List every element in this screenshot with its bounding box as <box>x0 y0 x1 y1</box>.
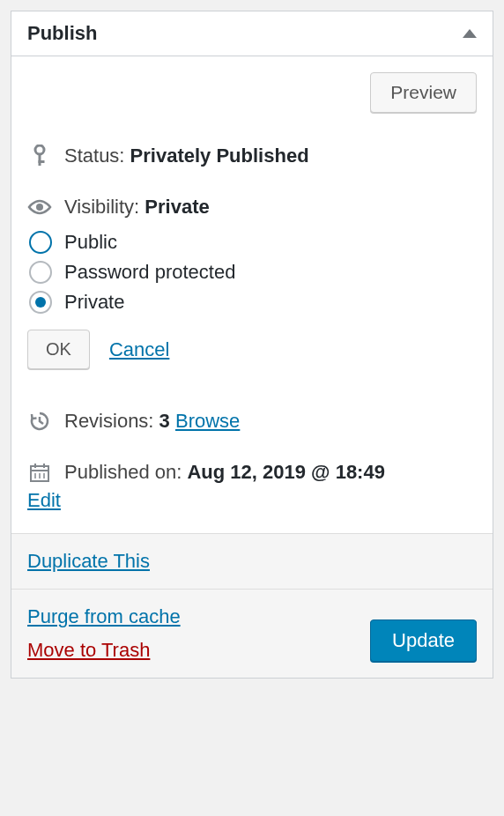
published-line: Published on: Aug 12, 2019 @ 18:49 <box>27 461 477 484</box>
visibility-option-password-label: Password protected <box>64 261 235 284</box>
metabox-header[interactable]: Publish <box>11 11 493 56</box>
visibility-radio-group: Public Password protected Private <box>29 231 477 314</box>
svg-rect-1 <box>39 153 41 166</box>
status-line: Status: Privately Published <box>27 145 477 167</box>
radio-icon <box>29 231 52 254</box>
duplicate-link[interactable]: Duplicate This <box>27 550 150 572</box>
radio-icon <box>29 261 52 284</box>
ok-button[interactable]: OK <box>27 330 90 369</box>
published-label: Published on: <box>64 461 182 483</box>
visibility-actions: OK Cancel <box>27 330 477 369</box>
published-section: Published on: Aug 12, 2019 @ 18:49 Edit <box>11 445 493 533</box>
collapse-icon <box>463 29 477 38</box>
radio-icon <box>29 291 52 314</box>
revisions-count: 3 <box>159 410 170 432</box>
visibility-section: Visibility: Private Public Password prot… <box>11 180 493 369</box>
revisions-section: Revisions: 3 Browse <box>11 394 493 433</box>
visibility-option-public-label: Public <box>64 231 117 254</box>
major-actions: Purge from cache Move to Trash Update <box>11 589 493 678</box>
eye-icon <box>27 198 52 216</box>
duplicate-section: Duplicate This <box>11 533 493 589</box>
revisions-line: Revisions: 3 Browse <box>27 410 477 433</box>
status-section: Status: Privately Published <box>11 129 493 167</box>
visibility-radio-public[interactable]: Public <box>29 231 477 254</box>
revisions-browse-link[interactable]: Browse <box>175 410 240 432</box>
published-edit-link[interactable]: Edit <box>27 489 61 511</box>
publish-metabox: Publish Preview Status: Privately Publis… <box>11 11 493 679</box>
preview-button[interactable]: Preview <box>370 72 477 113</box>
major-left: Purge from cache Move to Trash <box>27 605 181 662</box>
visibility-line: Visibility: Private <box>27 196 477 219</box>
revisions-label: Revisions: <box>64 410 153 432</box>
move-to-trash-link[interactable]: Move to Trash <box>27 639 181 662</box>
status-value: Privately Published <box>130 145 309 167</box>
radio-dot-icon <box>35 297 46 308</box>
visibility-radio-private[interactable]: Private <box>29 291 477 314</box>
calendar-icon <box>27 462 52 483</box>
cancel-link[interactable]: Cancel <box>109 338 169 361</box>
visibility-option-private-label: Private <box>64 291 124 314</box>
history-icon <box>27 410 52 433</box>
svg-rect-2 <box>39 160 45 163</box>
visibility-value: Private <box>145 196 209 218</box>
status-label: Status: <box>64 145 124 167</box>
key-icon <box>27 145 52 167</box>
visibility-radio-password[interactable]: Password protected <box>29 261 477 284</box>
svg-point-0 <box>35 145 44 154</box>
purge-cache-link[interactable]: Purge from cache <box>27 605 181 628</box>
visibility-label: Visibility: <box>64 196 139 218</box>
metabox-title: Publish <box>27 22 97 45</box>
svg-point-3 <box>36 204 43 211</box>
published-date: Aug 12, 2019 @ 18:49 <box>187 461 384 483</box>
update-button[interactable]: Update <box>370 619 477 662</box>
preview-row: Preview <box>11 56 493 129</box>
